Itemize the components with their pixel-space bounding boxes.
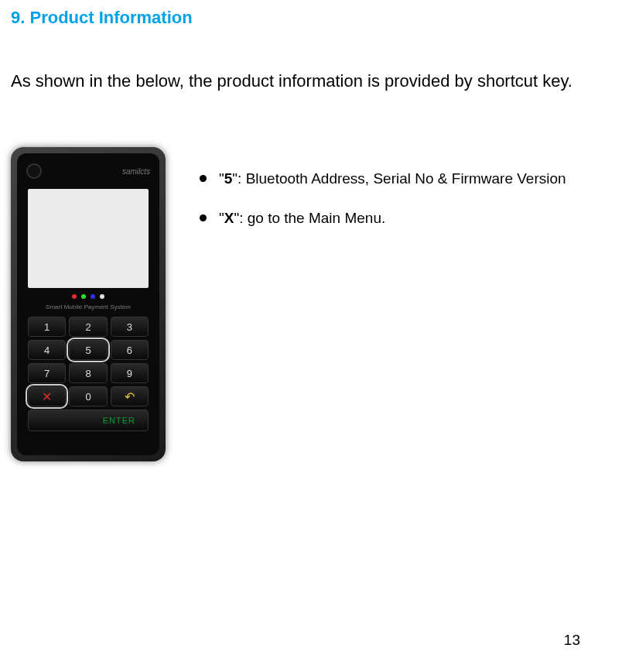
- bullet-key: 5: [224, 170, 233, 187]
- bullet-text: "X": go to the Main Menu.: [219, 208, 385, 229]
- led-white-icon: [100, 294, 104, 299]
- led-row: [17, 294, 159, 299]
- key-back: ↶: [111, 386, 149, 406]
- bullet-suffix: ": go to the Main Menu.: [234, 210, 385, 226]
- bullet-suffix: ": Bluetooth Address, Serial No & Firmwa…: [232, 170, 566, 187]
- bullet-key: X: [224, 210, 234, 226]
- led-red-icon: [72, 294, 77, 299]
- intro-text: As shown in the below, the product infor…: [11, 71, 617, 91]
- device-inner: samilcts Smart Mobile Payment System 1 2…: [17, 153, 159, 455]
- key-7: 7: [28, 363, 66, 383]
- key-9: 9: [111, 363, 149, 383]
- bullet-text: "5": Bluetooth Address, Serial No & Firm…: [219, 169, 566, 190]
- bullet-item: "X": go to the Main Menu.: [200, 208, 566, 229]
- camera-icon: [26, 163, 42, 179]
- bullet-list: "5": Bluetooth Address, Serial No & Firm…: [200, 147, 566, 247]
- device-image: samilcts Smart Mobile Payment System 1 2…: [11, 147, 166, 461]
- key-6: 6: [111, 340, 149, 360]
- led-green-icon: [81, 294, 86, 299]
- key-4: 4: [28, 340, 66, 360]
- bullet-item: "5": Bluetooth Address, Serial No & Firm…: [200, 169, 566, 190]
- key-5: 5: [69, 340, 107, 360]
- device-screen: [28, 189, 149, 288]
- bullet-prefix: ": [219, 170, 224, 187]
- key-x: ✕: [28, 386, 66, 406]
- bullet-icon: [200, 175, 207, 182]
- section-heading: 9. Product Information: [11, 8, 617, 28]
- bullet-icon: [200, 214, 207, 221]
- key-0: 0: [69, 386, 107, 406]
- device-top: samilcts: [17, 153, 159, 189]
- enter-key: ENTER: [28, 410, 149, 431]
- key-2: 2: [69, 317, 107, 337]
- key-1: 1: [28, 317, 66, 337]
- key-3: 3: [111, 317, 149, 337]
- keypad: 1 2 3 4 5 6 7 8 9 ✕ 0 ↶: [28, 317, 149, 406]
- device-sublabel: Smart Mobile Payment System: [17, 303, 159, 310]
- brand-label: samilcts: [122, 167, 150, 176]
- key-8: 8: [69, 363, 107, 383]
- bullet-prefix: ": [219, 210, 224, 226]
- content-row: samilcts Smart Mobile Payment System 1 2…: [11, 147, 617, 461]
- page-number: 13: [564, 632, 580, 649]
- led-blue-icon: [91, 294, 95, 299]
